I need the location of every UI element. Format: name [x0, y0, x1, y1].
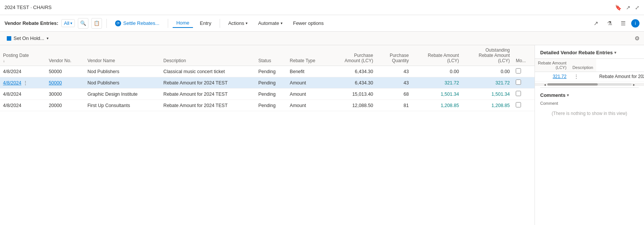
- status-cell: Pending: [255, 100, 287, 111]
- row-checkbox[interactable]: [516, 91, 521, 96]
- purchase-quantity-cell: 68: [376, 89, 412, 100]
- nav-bar: Vendor Rebate Entries: All ▾ 🔍 📋 ⟳ Settl…: [0, 15, 644, 32]
- rebate-amount-cell: 321.72: [412, 77, 462, 89]
- row-context-menu-icon[interactable]: ⋮: [21, 80, 29, 86]
- vendor-no-link[interactable]: 50000: [49, 80, 62, 86]
- checkbox-cell[interactable]: [513, 77, 535, 89]
- top-bar: 2024 TEST · CHAIRS 🔖 ↗ ⤢: [0, 0, 644, 15]
- scroll-left-arrow[interactable]: ◂: [542, 83, 547, 87]
- purchase-quantity-cell: 81: [376, 100, 412, 111]
- detail-rebate-link[interactable]: 321.72: [553, 74, 567, 79]
- col-purchase-amount[interactable]: PurchaseAmount (LCY): [330, 45, 376, 66]
- top-bar-icons: 🔖 ↗ ⤢: [615, 5, 639, 11]
- col-vendor-no[interactable]: Vendor No.: [46, 45, 85, 66]
- col-posting-date[interactable]: Posting Date ↓: [0, 45, 46, 66]
- table-row[interactable]: 4/8/2024⋮50000Nod PublishersRebate Amoun…: [0, 77, 535, 89]
- info-nav-icon[interactable]: i: [631, 19, 639, 28]
- settings-icon[interactable]: ⚙: [635, 35, 639, 41]
- rebate-amount-cell: 1,501.34: [412, 89, 462, 100]
- share-icon[interactable]: ↗: [626, 5, 630, 11]
- vendor-rebate-table: Posting Date ↓ Vendor No. Vendor Name De…: [0, 45, 535, 111]
- automate-label: Automate: [258, 20, 279, 26]
- nav-label: Vendor Rebate Entries:: [5, 20, 58, 26]
- scroll-thumb: [547, 83, 598, 86]
- detail-rebate-amount-cell: 321.72: [535, 72, 570, 81]
- checkbox-cell[interactable]: [513, 66, 535, 77]
- description-cell: Rebate Amount for 2024 TEST: [160, 100, 255, 111]
- settle-rebates-button[interactable]: ⟳ Settle Rebates...: [111, 19, 163, 28]
- status-cell: Pending: [255, 77, 287, 89]
- nav-separator-3: [220, 19, 220, 28]
- table-row[interactable]: 4/8/202420000First Up ConsultantsRebate …: [0, 100, 535, 111]
- outstanding-rebate-amount-cell: 0.00: [462, 66, 513, 77]
- posting-date-link[interactable]: 4/8/2024: [3, 80, 21, 86]
- description-cell: Classical music concert ticket: [160, 66, 255, 77]
- col-outstanding-rebate-amount[interactable]: OutstandingRebate Amount(LCY): [462, 45, 513, 66]
- row-checkbox[interactable]: [516, 102, 521, 107]
- detail-table-row: 321.72⋮Rebate Amount for 2024 TES: [535, 72, 644, 81]
- nav-right-icons: ↗ ⚗ ☰ i: [591, 18, 639, 29]
- actions-button[interactable]: Actions ▾: [225, 19, 252, 28]
- comment-label: Comment: [540, 101, 639, 106]
- hold-icon: [7, 36, 11, 41]
- checkbox-cell[interactable]: [513, 100, 535, 111]
- table-row[interactable]: 4/8/202430000Graphic Design InstituteReb…: [0, 89, 535, 100]
- detail-row-context-icon[interactable]: ⋮: [573, 73, 580, 80]
- panel-scroll-bar[interactable]: ◂ ▸: [535, 83, 644, 86]
- fewer-options-button[interactable]: Fewer options: [289, 19, 328, 28]
- hold-btn-label: Set On Hold...: [14, 35, 44, 41]
- row-checkbox[interactable]: [516, 68, 521, 73]
- rebate-amount-cell: 1,208.85: [412, 100, 462, 111]
- vendor-name-cell: Graphic Design Institute: [84, 89, 160, 100]
- columns-nav-icon[interactable]: ☰: [618, 18, 628, 29]
- table-header-row: Posting Date ↓ Vendor No. Vendor Name De…: [0, 45, 535, 66]
- comments-title: Comments ▾: [540, 92, 639, 98]
- filter-dropdown[interactable]: All ▾: [61, 19, 74, 27]
- col-rebate-amount[interactable]: Rebate Amount(LCY): [412, 45, 462, 66]
- scroll-right-arrow[interactable]: ▸: [632, 83, 636, 87]
- table-area: Posting Date ↓ Vendor No. Vendor Name De…: [0, 45, 535, 225]
- settle-rebates-label: Settle Rebates...: [123, 20, 159, 26]
- table-row[interactable]: 4/8/202450000Nod PublishersClassical mus…: [0, 66, 535, 77]
- detail-description-cell: Rebate Amount for 2024 TES: [596, 72, 644, 81]
- search-icon: 🔍: [80, 20, 86, 26]
- detailed-panel-title: Detailed Vendor Rebate Entries ▾: [535, 45, 644, 59]
- description-cell: Rebate Amount for 2024 TEST: [160, 77, 255, 89]
- share-nav-icon[interactable]: ↗: [591, 18, 601, 29]
- automate-button[interactable]: Automate ▾: [254, 19, 286, 28]
- set-on-hold-button[interactable]: Set On Hold... ▾: [5, 35, 51, 42]
- tab-home[interactable]: Home: [173, 18, 193, 28]
- purchase-amount-cell: 6,434.30: [330, 77, 376, 89]
- detail-col-description[interactable]: Description: [570, 59, 596, 72]
- chevron-down-icon: ▾: [70, 21, 72, 25]
- detail-col-rebate-amount[interactable]: Rebate Amount(LCY): [535, 59, 570, 72]
- detailed-title-text: Detailed Vendor Rebate Entries: [540, 50, 613, 55]
- comments-section: Comments ▾ Comment (There is nothing to …: [535, 88, 644, 124]
- rebate-type-cell: Amount: [287, 100, 329, 111]
- calendar-button[interactable]: 📋: [91, 18, 102, 29]
- table-body: 4/8/202450000Nod PublishersClassical mus…: [0, 66, 535, 111]
- settle-icon: ⟳: [115, 20, 121, 26]
- description-cell: Rebate Amount for 2024 TEST: [160, 89, 255, 100]
- search-button[interactable]: 🔍: [78, 18, 88, 29]
- checkbox-cell[interactable]: [513, 89, 535, 100]
- filter-nav-icon[interactable]: ⚗: [604, 18, 615, 29]
- tab-home-label: Home: [176, 20, 190, 26]
- bookmark-icon[interactable]: 🔖: [615, 5, 621, 11]
- col-description[interactable]: Description: [160, 45, 255, 66]
- detail-row-menu-cell[interactable]: ⋮: [570, 72, 596, 81]
- purchase-quantity-cell: 43: [376, 66, 412, 77]
- tab-entry[interactable]: Entry: [196, 19, 215, 28]
- purchase-amount-cell: 15,013.40: [330, 89, 376, 100]
- outstanding-rebate-amount-cell: 1,208.85: [462, 100, 513, 111]
- status-cell: Pending: [255, 66, 287, 77]
- chevron-down-icon-automate: ▾: [281, 21, 283, 25]
- col-status[interactable]: Status: [255, 45, 287, 66]
- col-rebate-type[interactable]: Rebate Type: [287, 45, 329, 66]
- purchase-amount-cell: 12,088.50: [330, 100, 376, 111]
- col-vendor-name[interactable]: Vendor Name: [84, 45, 160, 66]
- col-purchase-quantity[interactable]: PurchaseQuantity: [376, 45, 412, 66]
- rebate-type-cell: Amount: [287, 77, 329, 89]
- row-checkbox[interactable]: [516, 80, 521, 85]
- popout-icon[interactable]: ⤢: [635, 5, 639, 11]
